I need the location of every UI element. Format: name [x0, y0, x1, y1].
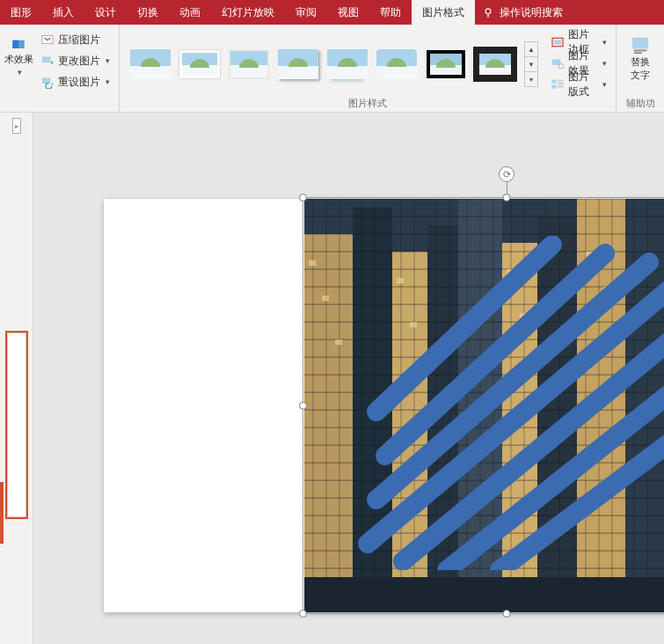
reset-picture-label: 重设图片 — [58, 75, 100, 90]
style-tile-simple[interactable] — [128, 47, 172, 82]
change-picture-button[interactable]: 更改图片 ▾ — [37, 51, 113, 70]
slide-thumbnail-1[interactable] — [7, 333, 26, 517]
reset-picture-button[interactable]: 重设图片 ▾ — [37, 72, 113, 91]
adjust-group-label — [0, 98, 113, 110]
editor-area: ▸ — [0, 113, 664, 644]
svg-rect-12 — [558, 83, 564, 84]
ribbon-tabs: 图形 插入 设计 切换 动画 幻灯片放映 审阅 视图 帮助 图片格式 操作说明搜… — [0, 0, 664, 25]
tab-slideshow[interactable]: 幻灯片放映 — [211, 0, 285, 25]
svg-rect-29 — [309, 260, 316, 266]
tab-picture-format[interactable]: 图片格式 — [412, 0, 475, 25]
svg-rect-40 — [304, 577, 664, 612]
tell-me-search[interactable]: 操作说明搜索 — [475, 0, 570, 25]
style-tile-shadow[interactable] — [276, 47, 320, 82]
svg-point-9 — [558, 64, 563, 69]
thumbnails-expand-handle[interactable]: ▸ — [12, 118, 21, 134]
style-tile-black-border[interactable] — [424, 47, 468, 82]
gallery-scroll-down[interactable]: ▼ — [525, 57, 537, 72]
chevron-down-icon: ▾ — [602, 80, 607, 89]
tab-shape[interactable]: 图形 — [0, 0, 42, 25]
style-tile-white-border[interactable] — [178, 47, 222, 82]
picture-layout-icon — [551, 77, 565, 91]
svg-rect-19 — [304, 234, 353, 612]
svg-rect-33 — [410, 322, 417, 327]
artistic-effects-button[interactable]: 术效果 ▾ — [0, 28, 37, 88]
alt-text-button[interactable]: 替换 文字 — [622, 28, 659, 88]
compress-label: 压缩图片 — [58, 33, 100, 48]
style-tile-thick-black[interactable] — [473, 47, 517, 82]
picture-layout-button[interactable]: 图片版式 ▾ — [547, 75, 610, 94]
svg-rect-13 — [551, 85, 556, 89]
slide-thumbnails-pane: ▸ — [0, 113, 33, 644]
rotate-handle[interactable]: ⟳ — [499, 166, 514, 182]
chevron-down-icon: ▾ — [18, 67, 22, 78]
chevron-down-icon: ▾ — [106, 77, 110, 86]
reset-picture-icon — [40, 75, 55, 89]
svg-rect-35 — [520, 313, 527, 318]
tab-help[interactable]: 帮助 — [369, 0, 412, 25]
inserted-picture[interactable] — [304, 199, 664, 612]
picture-effects-icon — [551, 56, 565, 70]
change-picture-label: 更改图片 — [58, 54, 100, 69]
svg-rect-37 — [603, 287, 610, 292]
city-skyline-image — [304, 199, 664, 612]
artistic-effects-label: 术效果 — [4, 54, 33, 65]
picture-border-icon — [551, 35, 565, 49]
chevron-down-icon: ▾ — [602, 38, 607, 47]
chevron-down-icon: ▾ — [602, 59, 607, 68]
picture-styles-group-label: 图片样式 — [125, 95, 610, 110]
compress-pictures-button[interactable]: 压缩图片 — [37, 30, 113, 49]
svg-rect-7 — [554, 40, 561, 44]
svg-rect-16 — [634, 50, 647, 52]
svg-rect-14 — [558, 85, 564, 87]
svg-rect-4 — [42, 56, 50, 62]
svg-rect-34 — [507, 269, 514, 274]
slide-canvas[interactable]: ⟳ — [33, 113, 664, 644]
svg-rect-10 — [551, 80, 556, 84]
svg-rect-15 — [632, 38, 648, 49]
style-tile-reflection[interactable] — [325, 47, 369, 82]
gallery-expand[interactable]: ▾ — [525, 72, 537, 86]
gallery-scroll: ▲ ▼ ▾ — [524, 41, 538, 87]
tab-design[interactable]: 设计 — [84, 0, 127, 25]
picture-styles-gallery: ▲ ▼ ▾ — [125, 36, 542, 87]
tab-view[interactable]: 视图 — [327, 0, 369, 25]
tell-me-label: 操作说明搜索 — [500, 5, 563, 20]
compress-icon — [40, 33, 55, 47]
tab-insert[interactable]: 插入 — [42, 0, 84, 25]
alt-text-line1: 替换 — [631, 56, 650, 68]
change-picture-icon — [40, 54, 55, 68]
svg-rect-17 — [634, 52, 642, 54]
svg-rect-8 — [552, 59, 560, 65]
svg-rect-32 — [397, 278, 404, 283]
svg-rect-2 — [12, 40, 18, 48]
svg-rect-31 — [335, 340, 342, 345]
artistic-effects-icon — [11, 38, 26, 52]
svg-rect-36 — [586, 252, 593, 257]
svg-point-0 — [485, 9, 491, 14]
svg-rect-30 — [322, 296, 329, 301]
rotate-connector — [507, 182, 507, 194]
tab-transition[interactable]: 切换 — [127, 0, 169, 25]
alt-text-icon — [631, 35, 650, 55]
ribbon-body: 术效果 ▾ 压缩图片 更改图片 ▾ 重设图片 ▾ — [0, 25, 664, 113]
svg-rect-22 — [427, 225, 458, 612]
lightbulb-icon — [482, 6, 494, 18]
svg-rect-21 — [392, 252, 427, 612]
alt-text-line2: 文字 — [631, 70, 650, 81]
gallery-scroll-up[interactable]: ▲ — [525, 42, 537, 57]
active-slide-indicator — [0, 482, 4, 544]
chevron-down-icon: ▾ — [106, 56, 110, 65]
tab-review[interactable]: 审阅 — [285, 0, 327, 25]
svg-rect-5 — [42, 77, 50, 84]
tab-animation[interactable]: 动画 — [169, 0, 211, 25]
style-tile-rounded[interactable] — [375, 47, 419, 82]
svg-rect-25 — [537, 216, 577, 612]
style-tile-bevel[interactable] — [227, 47, 271, 82]
svg-rect-11 — [558, 80, 564, 82]
accessibility-group-label: 辅助功 — [622, 95, 659, 110]
